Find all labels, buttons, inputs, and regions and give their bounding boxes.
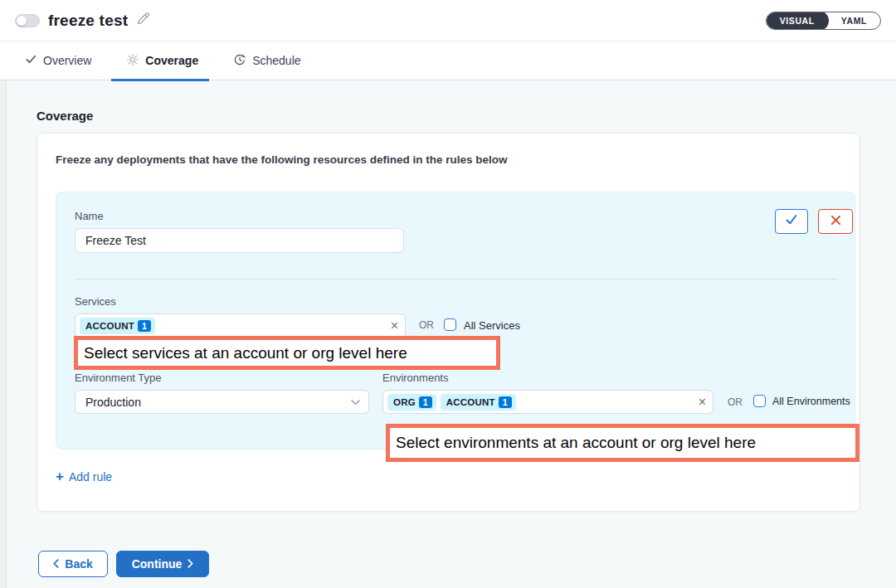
environments-label: Environments [382, 372, 448, 384]
services-or-label: OR [419, 319, 434, 331]
left-edge-divider [0, 80, 7, 588]
freeze-enabled-toggle[interactable] [15, 14, 40, 27]
pencil-icon [136, 12, 150, 29]
tab-bar: Overview Coverage Schedule [0, 41, 896, 80]
add-rule-button[interactable]: + Add rule [56, 469, 112, 484]
confirm-rule-button[interactable] [775, 209, 808, 234]
tab-schedule-label: Schedule [252, 54, 300, 67]
edit-title-button[interactable] [136, 12, 150, 29]
all-services-label: All Services [464, 319, 520, 332]
back-button[interactable]: Back [38, 551, 108, 577]
page-title: freeze test [48, 12, 128, 30]
tag-text: ACCOUNT [446, 397, 495, 407]
services-annotation-callout: Select services at an account or org lev… [74, 336, 500, 370]
environments-annotation-callout: Select environments at an account or org… [386, 424, 859, 462]
chevron-right-icon [187, 557, 193, 571]
environment-tag-org[interactable]: ORG 1 [387, 394, 436, 411]
tab-schedule[interactable]: Schedule [233, 41, 300, 80]
service-tag-account[interactable]: ACCOUNT 1 [80, 318, 155, 334]
gear-icon [126, 53, 139, 69]
header-bar: freeze test VISUAL YAML [0, 0, 896, 41]
visual-yaml-switch: VISUAL YAML [766, 12, 881, 30]
tab-coverage[interactable]: Coverage [126, 41, 198, 80]
all-environments-checkbox[interactable] [753, 395, 766, 407]
freeze-window: freeze test VISUAL YAML Overview [0, 0, 896, 588]
add-rule-label: Add rule [69, 470, 112, 484]
coverage-card: Freeze any deployments that have the fol… [37, 133, 860, 512]
back-label: Back [65, 557, 92, 571]
coverage-heading: Coverage [37, 109, 93, 123]
yaml-segment[interactable]: YAML [828, 12, 880, 30]
services-label: Services [75, 295, 116, 308]
chevron-down-icon [351, 399, 360, 406]
environment-type-label: Environment Type [75, 372, 162, 384]
environments-or-label: OR [728, 396, 743, 408]
tag-text: ORG [393, 397, 416, 407]
check-confirm-icon [785, 213, 798, 230]
tag-text: ACCOUNT [85, 321, 134, 331]
all-services-checkbox[interactable] [444, 318, 456, 331]
visual-segment[interactable]: VISUAL [766, 12, 829, 30]
check-icon [25, 53, 37, 68]
continue-button[interactable]: Continue [116, 551, 209, 577]
schedule-history-icon [233, 53, 246, 69]
tab-coverage-label: Coverage [145, 54, 198, 67]
environment-type-value: Production [85, 396, 141, 409]
delete-rule-button[interactable] [818, 209, 853, 234]
coverage-description: Freeze any deployments that have the fol… [56, 153, 508, 166]
tab-overview[interactable]: Overview [25, 41, 91, 80]
freeze-rule-card: Name Services [56, 192, 855, 450]
environment-type-select[interactable]: Production [75, 390, 369, 414]
toggle-knob [17, 16, 27, 26]
rule-divider [75, 279, 838, 279]
all-environments-label: All Environments [772, 396, 850, 407]
x-delete-icon [830, 214, 841, 229]
environments-clear-icon[interactable]: × [699, 396, 706, 409]
rule-name-input[interactable] [75, 228, 404, 253]
services-clear-icon[interactable]: × [391, 319, 398, 333]
plus-icon: + [56, 469, 64, 484]
tag-count-badge: 1 [499, 396, 512, 408]
services-multiselect[interactable]: ACCOUNT 1 × [75, 313, 406, 338]
tag-count-badge: 1 [419, 396, 432, 408]
tab-overview-label: Overview [43, 54, 91, 67]
name-label: Name [75, 210, 104, 222]
tag-count-badge: 1 [138, 320, 151, 332]
environment-tag-account[interactable]: ACCOUNT 1 [441, 394, 516, 411]
chevron-left-icon [53, 557, 59, 571]
continue-label: Continue [132, 557, 183, 571]
environments-multiselect[interactable]: ORG 1 ACCOUNT 1 × [382, 390, 713, 414]
